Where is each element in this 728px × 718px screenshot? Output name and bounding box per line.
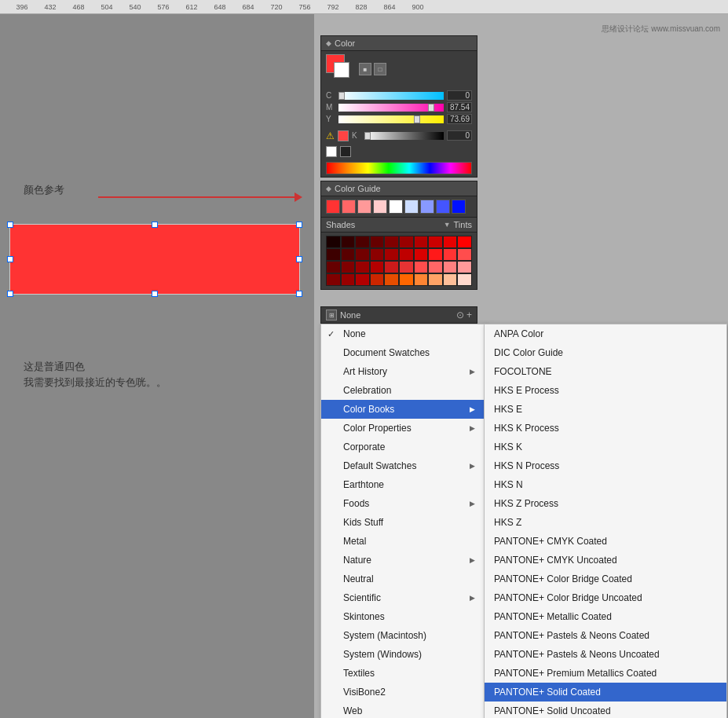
- shade-cell[interactable]: [443, 248, 458, 261]
- submenu-item-pantone-cmyk-uncoated[interactable]: PANTONE+ CMYK Uncoated: [485, 551, 726, 570]
- submenu-item-hks-e[interactable]: HKS E: [485, 400, 726, 419]
- y-thumb[interactable]: [414, 115, 420, 123]
- shade-cell[interactable]: [443, 273, 458, 286]
- shade-cell[interactable]: [326, 248, 341, 261]
- shade-cell[interactable]: [326, 273, 341, 286]
- shade-cell[interactable]: [443, 236, 458, 248]
- y-value[interactable]: 73.69: [447, 114, 472, 124]
- menu-item-metal[interactable]: Metal: [321, 532, 485, 551]
- m-thumb[interactable]: [428, 104, 434, 112]
- guide-color-swatch[interactable]: [326, 200, 340, 214]
- shade-cell[interactable]: [341, 273, 356, 286]
- submenu-item-pantone-color-bridge-uncoated[interactable]: PANTONE+ Color Bridge Uncoated: [485, 588, 726, 607]
- shade-cell[interactable]: [355, 248, 370, 261]
- menu-item-skintones[interactable]: Skintones: [321, 607, 485, 626]
- shade-cell[interactable]: [341, 248, 356, 261]
- warning-swatch[interactable]: [338, 130, 349, 141]
- submenu-item-hks-z[interactable]: HKS Z: [485, 513, 726, 532]
- shade-cell[interactable]: [399, 273, 414, 286]
- shade-cell[interactable]: [428, 261, 443, 273]
- menu-item-color-books[interactable]: Color Books: [321, 400, 485, 419]
- c-track[interactable]: [338, 92, 444, 100]
- shade-cell[interactable]: [414, 236, 429, 248]
- shade-cell[interactable]: [399, 261, 414, 273]
- submenu-item-pantone-metallic-coated[interactable]: PANTONE+ Metallic Coated: [485, 607, 726, 626]
- shade-cell[interactable]: [457, 236, 472, 248]
- shade-cell[interactable]: [428, 273, 443, 286]
- guide-color-swatch[interactable]: [404, 200, 419, 214]
- menu-item-color-properties[interactable]: Color Properties: [321, 419, 485, 438]
- black-swatch[interactable]: [340, 146, 351, 157]
- shade-cell[interactable]: [414, 248, 429, 261]
- shade-cell[interactable]: [370, 248, 385, 261]
- submenu-item-hks-z-process[interactable]: HKS Z Process: [485, 494, 726, 513]
- submenu-item-hks-e-process[interactable]: HKS E Process: [485, 381, 726, 400]
- none-settings-icon[interactable]: ⊙: [456, 310, 464, 321]
- menu-item-none[interactable]: None: [321, 324, 485, 343]
- k-thumb[interactable]: [364, 132, 371, 140]
- shade-cell[interactable]: [370, 236, 385, 248]
- guide-color-swatch[interactable]: [357, 200, 371, 214]
- shade-cell[interactable]: [457, 261, 472, 273]
- m-value[interactable]: 87.54: [447, 102, 472, 112]
- guide-color-swatch[interactable]: [452, 200, 466, 214]
- shade-cell[interactable]: [355, 273, 370, 286]
- handle-top-right[interactable]: [296, 222, 302, 228]
- shade-cell[interactable]: [399, 248, 414, 261]
- red-rect[interactable]: [9, 224, 300, 295]
- guide-color-swatch[interactable]: [373, 200, 387, 214]
- submenu-item-pantone-solid-coated[interactable]: PANTONE+ Solid Coated: [485, 683, 726, 702]
- shade-cell[interactable]: [370, 273, 385, 286]
- shade-cell[interactable]: [428, 248, 443, 261]
- c-value[interactable]: 0: [447, 90, 472, 101]
- k-track[interactable]: [364, 132, 444, 140]
- shade-cell[interactable]: [370, 261, 385, 273]
- menu-item-art-history[interactable]: Art History: [321, 362, 485, 381]
- shade-cell[interactable]: [341, 236, 356, 248]
- submenu-item-hks-n-process[interactable]: HKS N Process: [485, 456, 726, 475]
- submenu-item-hks-n[interactable]: HKS N: [485, 475, 726, 494]
- submenu-item-pantone-color-bridge-coated[interactable]: PANTONE+ Color Bridge Coated: [485, 570, 726, 588]
- menu-item-system-windows[interactable]: System (Windows): [321, 645, 485, 664]
- shade-cell[interactable]: [457, 273, 472, 286]
- shade-cell[interactable]: [457, 248, 472, 261]
- white-swatch[interactable]: [326, 146, 337, 157]
- menu-item-corporate[interactable]: Corporate: [321, 438, 485, 456]
- none-add-icon[interactable]: +: [466, 310, 472, 321]
- shade-cell[interactable]: [443, 261, 458, 273]
- menu-item-system-macintosh[interactable]: System (Macintosh): [321, 626, 485, 645]
- submenu-item-anpa-color[interactable]: ANPA Color: [485, 324, 726, 343]
- shade-cell[interactable]: [384, 273, 399, 286]
- fill-mode-icon[interactable]: ■: [359, 63, 371, 75]
- menu-item-nature[interactable]: Nature: [321, 551, 485, 570]
- shade-cell[interactable]: [341, 261, 356, 273]
- menu-item-web[interactable]: Web: [321, 702, 485, 718]
- shade-cell[interactable]: [326, 236, 341, 248]
- guide-color-swatch[interactable]: [420, 200, 434, 214]
- k-value[interactable]: 0: [447, 130, 472, 141]
- submenu-item-pantone-cmyk-coated[interactable]: PANTONE+ CMYK Coated: [485, 532, 726, 551]
- shade-cell[interactable]: [384, 248, 399, 261]
- handle-mid-right[interactable]: [296, 256, 302, 262]
- menu-item-scientific[interactable]: Scientific: [321, 588, 485, 607]
- guide-color-swatch[interactable]: [389, 200, 403, 214]
- menu-item-foods[interactable]: Foods: [321, 494, 485, 513]
- stroke-mode-icon[interactable]: □: [374, 63, 386, 75]
- submenu-item-pantone-solid-uncoated[interactable]: PANTONE+ Solid Uncoated: [485, 702, 726, 718]
- menu-item-celebration[interactable]: Celebration: [321, 381, 485, 400]
- shade-cell[interactable]: [355, 261, 370, 273]
- menu-item-textiles[interactable]: Textiles: [321, 664, 485, 683]
- menu-item-visibone2[interactable]: VisiBone2: [321, 683, 485, 702]
- handle-bot-left[interactable]: [7, 291, 13, 297]
- handle-top-center[interactable]: [152, 222, 158, 228]
- submenu-item-hks-k-process[interactable]: HKS K Process: [485, 419, 726, 438]
- submenu-item-pantone-pastels--neons-coated[interactable]: PANTONE+ Pastels & Neons Coated: [485, 626, 726, 645]
- m-track[interactable]: [338, 104, 444, 112]
- handle-bot-right[interactable]: [296, 291, 302, 297]
- shades-dropdown-icon[interactable]: ▼: [444, 221, 451, 229]
- shade-cell[interactable]: [355, 236, 370, 248]
- menu-item-kids-stuff[interactable]: Kids Stuff: [321, 513, 485, 532]
- shade-cell[interactable]: [428, 236, 443, 248]
- shade-cell[interactable]: [384, 236, 399, 248]
- menu-item-neutral[interactable]: Neutral: [321, 570, 485, 588]
